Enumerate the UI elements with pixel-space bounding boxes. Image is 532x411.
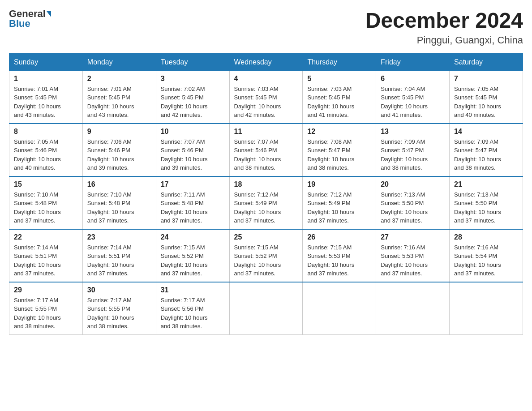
calendar-day-cell: 17Sunrise: 7:11 AMSunset: 5:48 PMDayligh…: [156, 176, 229, 229]
day-info: Sunrise: 7:02 AMSunset: 5:45 PMDaylight:…: [161, 85, 225, 120]
calendar-day-cell: 30Sunrise: 7:17 AMSunset: 5:55 PMDayligh…: [82, 282, 156, 335]
calendar-day-cell: [229, 282, 303, 335]
day-info: Sunrise: 7:03 AMSunset: 5:45 PMDaylight:…: [234, 85, 298, 120]
day-number: 1: [14, 75, 78, 83]
day-info: Sunrise: 7:15 AMSunset: 5:53 PMDaylight:…: [307, 243, 371, 278]
day-info: Sunrise: 7:03 AMSunset: 5:45 PMDaylight:…: [307, 85, 371, 120]
weekday-header-row: SundayMondayTuesdayWednesdayThursdayFrid…: [9, 53, 523, 71]
calendar-week-row: 15Sunrise: 7:10 AMSunset: 5:48 PMDayligh…: [9, 176, 523, 229]
day-number: 7: [454, 75, 518, 83]
day-info: Sunrise: 7:10 AMSunset: 5:48 PMDaylight:…: [14, 190, 78, 225]
day-info: Sunrise: 7:17 AMSunset: 5:55 PMDaylight:…: [87, 296, 151, 331]
logo: General Blue: [9, 9, 51, 29]
day-number: 2: [87, 75, 151, 83]
day-info: Sunrise: 7:17 AMSunset: 5:56 PMDaylight:…: [161, 296, 225, 331]
logo-triangle-icon: [47, 11, 51, 17]
calendar-table: SundayMondayTuesdayWednesdayThursdayFrid…: [9, 53, 523, 335]
day-number: 13: [381, 128, 445, 136]
calendar-day-cell: 4Sunrise: 7:03 AMSunset: 5:45 PMDaylight…: [229, 71, 303, 124]
day-number: 8: [14, 128, 78, 136]
calendar-day-cell: 28Sunrise: 7:16 AMSunset: 5:54 PMDayligh…: [450, 229, 523, 282]
calendar-day-cell: 24Sunrise: 7:15 AMSunset: 5:52 PMDayligh…: [156, 229, 229, 282]
logo-general-text: General: [9, 9, 46, 19]
day-number: 11: [234, 128, 298, 136]
day-number: 28: [454, 233, 518, 241]
calendar-day-cell: 16Sunrise: 7:10 AMSunset: 5:48 PMDayligh…: [82, 176, 156, 229]
day-info: Sunrise: 7:01 AMSunset: 5:45 PMDaylight:…: [87, 85, 151, 120]
calendar-day-cell: 26Sunrise: 7:15 AMSunset: 5:53 PMDayligh…: [303, 229, 376, 282]
calendar-week-row: 22Sunrise: 7:14 AMSunset: 5:51 PMDayligh…: [9, 229, 523, 282]
day-info: Sunrise: 7:16 AMSunset: 5:53 PMDaylight:…: [381, 243, 445, 278]
calendar-week-row: 1Sunrise: 7:01 AMSunset: 5:45 PMDaylight…: [9, 71, 523, 124]
calendar-day-cell: 12Sunrise: 7:08 AMSunset: 5:47 PMDayligh…: [303, 124, 376, 176]
calendar-day-cell: 14Sunrise: 7:09 AMSunset: 5:47 PMDayligh…: [450, 124, 523, 176]
day-info: Sunrise: 7:01 AMSunset: 5:45 PMDaylight:…: [14, 85, 78, 120]
day-number: 9: [87, 128, 151, 136]
calendar-day-cell: 18Sunrise: 7:12 AMSunset: 5:49 PMDayligh…: [229, 176, 303, 229]
calendar-day-cell: 6Sunrise: 7:04 AMSunset: 5:45 PMDaylight…: [376, 71, 450, 124]
day-info: Sunrise: 7:06 AMSunset: 5:46 PMDaylight:…: [87, 137, 151, 172]
calendar-week-row: 29Sunrise: 7:17 AMSunset: 5:55 PMDayligh…: [9, 282, 523, 335]
calendar-day-cell: [303, 282, 376, 335]
day-number: 10: [161, 128, 225, 136]
weekday-header-monday: Monday: [82, 53, 156, 71]
day-number: 15: [14, 180, 78, 188]
day-number: 24: [161, 233, 225, 241]
day-info: Sunrise: 7:08 AMSunset: 5:47 PMDaylight:…: [307, 137, 371, 172]
day-info: Sunrise: 7:05 AMSunset: 5:46 PMDaylight:…: [14, 137, 78, 172]
day-number: 21: [454, 180, 518, 188]
day-number: 26: [307, 233, 371, 241]
day-number: 17: [161, 180, 225, 188]
day-info: Sunrise: 7:14 AMSunset: 5:51 PMDaylight:…: [87, 243, 151, 278]
day-number: 3: [161, 75, 225, 83]
calendar-day-cell: [376, 282, 450, 335]
page-header: General Blue December 2024 Pinggui, Guan…: [9, 9, 523, 46]
day-info: Sunrise: 7:12 AMSunset: 5:49 PMDaylight:…: [307, 190, 371, 225]
day-number: 22: [14, 233, 78, 241]
day-info: Sunrise: 7:16 AMSunset: 5:54 PMDaylight:…: [454, 243, 518, 278]
day-number: 5: [307, 75, 371, 83]
day-info: Sunrise: 7:07 AMSunset: 5:46 PMDaylight:…: [234, 137, 298, 172]
calendar-day-cell: 9Sunrise: 7:06 AMSunset: 5:46 PMDaylight…: [82, 124, 156, 176]
calendar-day-cell: 7Sunrise: 7:05 AMSunset: 5:45 PMDaylight…: [450, 71, 523, 124]
month-title: December 2024: [365, 9, 523, 33]
day-info: Sunrise: 7:13 AMSunset: 5:50 PMDaylight:…: [381, 190, 445, 225]
calendar-day-cell: [450, 282, 523, 335]
day-number: 14: [454, 128, 518, 136]
day-number: 25: [234, 233, 298, 241]
day-info: Sunrise: 7:15 AMSunset: 5:52 PMDaylight:…: [234, 243, 298, 278]
day-number: 20: [381, 180, 445, 188]
calendar-day-cell: 23Sunrise: 7:14 AMSunset: 5:51 PMDayligh…: [82, 229, 156, 282]
day-number: 18: [234, 180, 298, 188]
calendar-day-cell: 29Sunrise: 7:17 AMSunset: 5:55 PMDayligh…: [9, 282, 83, 335]
calendar-day-cell: 27Sunrise: 7:16 AMSunset: 5:53 PMDayligh…: [376, 229, 450, 282]
weekday-header-saturday: Saturday: [450, 53, 523, 71]
day-info: Sunrise: 7:10 AMSunset: 5:48 PMDaylight:…: [87, 190, 151, 225]
calendar-week-row: 8Sunrise: 7:05 AMSunset: 5:46 PMDaylight…: [9, 124, 523, 176]
day-number: 4: [234, 75, 298, 83]
calendar-day-cell: 1Sunrise: 7:01 AMSunset: 5:45 PMDaylight…: [9, 71, 83, 124]
calendar-day-cell: 20Sunrise: 7:13 AMSunset: 5:50 PMDayligh…: [376, 176, 450, 229]
day-info: Sunrise: 7:14 AMSunset: 5:51 PMDaylight:…: [14, 243, 78, 278]
calendar-day-cell: 13Sunrise: 7:09 AMSunset: 5:47 PMDayligh…: [376, 124, 450, 176]
day-info: Sunrise: 7:05 AMSunset: 5:45 PMDaylight:…: [454, 85, 518, 120]
day-info: Sunrise: 7:17 AMSunset: 5:55 PMDaylight:…: [14, 296, 78, 331]
calendar-day-cell: 21Sunrise: 7:13 AMSunset: 5:50 PMDayligh…: [450, 176, 523, 229]
calendar-day-cell: 2Sunrise: 7:01 AMSunset: 5:45 PMDaylight…: [82, 71, 156, 124]
day-info: Sunrise: 7:11 AMSunset: 5:48 PMDaylight:…: [161, 190, 225, 225]
day-number: 6: [381, 75, 445, 83]
calendar-day-cell: 22Sunrise: 7:14 AMSunset: 5:51 PMDayligh…: [9, 229, 83, 282]
weekday-header-thursday: Thursday: [303, 53, 376, 71]
weekday-header-tuesday: Tuesday: [156, 53, 229, 71]
day-number: 19: [307, 180, 371, 188]
weekday-header-wednesday: Wednesday: [229, 53, 303, 71]
day-info: Sunrise: 7:13 AMSunset: 5:50 PMDaylight:…: [454, 190, 518, 225]
calendar-day-cell: 10Sunrise: 7:07 AMSunset: 5:46 PMDayligh…: [156, 124, 229, 176]
logo-blue-text: Blue: [9, 19, 30, 29]
calendar-day-cell: 25Sunrise: 7:15 AMSunset: 5:52 PMDayligh…: [229, 229, 303, 282]
weekday-header-friday: Friday: [376, 53, 450, 71]
day-info: Sunrise: 7:15 AMSunset: 5:52 PMDaylight:…: [161, 243, 225, 278]
day-number: 30: [87, 286, 151, 294]
day-number: 27: [381, 233, 445, 241]
day-number: 16: [87, 180, 151, 188]
